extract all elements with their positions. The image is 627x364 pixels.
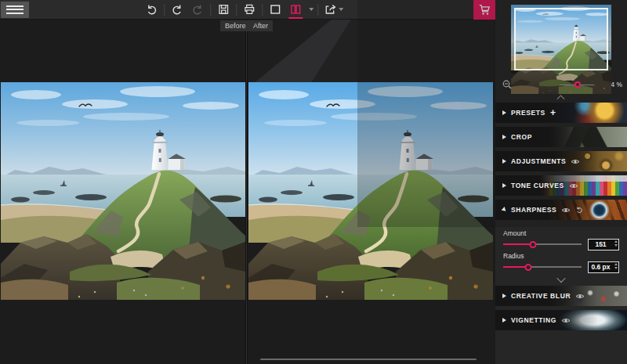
navigator-thumbnail[interactable] bbox=[511, 5, 611, 74]
panel-label: ADJUSTMENTS bbox=[511, 157, 566, 165]
before-label: Before bbox=[220, 20, 251, 31]
main-area: Before After bbox=[0, 0, 495, 364]
before-pane[interactable] bbox=[0, 20, 245, 364]
after-pane[interactable] bbox=[248, 20, 494, 364]
hamburger-icon bbox=[6, 5, 24, 7]
undo-button[interactable] bbox=[141, 0, 161, 20]
radius-slider[interactable] bbox=[503, 262, 582, 272]
expander-arrow-icon bbox=[502, 135, 506, 139]
chevron-down-icon bbox=[309, 8, 314, 11]
toolbar-icon-group bbox=[141, 0, 346, 20]
photo-editor-app: Before After bbox=[0, 0, 627, 364]
visibility-eye-icon[interactable] bbox=[575, 293, 585, 300]
panel-label: SHARPNESS bbox=[511, 206, 556, 214]
sharpness-controls: Amount 151 Radius bbox=[495, 224, 627, 283]
share-icon bbox=[324, 3, 337, 16]
visibility-eye-icon[interactable] bbox=[561, 317, 571, 324]
visibility-eye-icon[interactable] bbox=[569, 182, 578, 189]
amount-slider-knob[interactable] bbox=[530, 241, 537, 248]
after-image[interactable] bbox=[248, 82, 493, 300]
save-icon bbox=[217, 3, 230, 16]
toolbar-separator bbox=[317, 4, 318, 16]
share-button[interactable] bbox=[321, 0, 346, 20]
compare-view-button[interactable] bbox=[285, 0, 306, 20]
toolbar-separator bbox=[164, 4, 165, 16]
single-view-icon bbox=[269, 3, 281, 16]
panel-label: CREATIVE BLUR bbox=[511, 292, 571, 300]
expander-arrow-icon bbox=[502, 318, 506, 323]
compare-view-dropdown[interactable] bbox=[306, 0, 315, 20]
toolbar-separator bbox=[236, 4, 237, 16]
single-view-button[interactable] bbox=[265, 0, 285, 20]
amount-value: 151 bbox=[595, 240, 606, 248]
zoom-slider[interactable] bbox=[560, 81, 593, 88]
undo-icon bbox=[145, 3, 158, 16]
visibility-eye-icon[interactable] bbox=[571, 158, 580, 165]
expand-more-chevron-icon[interactable] bbox=[557, 276, 565, 281]
toolbar bbox=[0, 0, 495, 20]
panel-creative-blur[interactable]: CREATIVE BLUR bbox=[495, 286, 627, 306]
right-sidebar: 1:1 104.4 % PRESE bbox=[495, 0, 627, 364]
add-preset-icon[interactable]: + bbox=[550, 110, 556, 116]
panel-vignetting[interactable]: VIGNETTING bbox=[495, 310, 627, 330]
radius-slider-knob[interactable] bbox=[525, 264, 532, 271]
expander-arrow-icon bbox=[502, 294, 506, 298]
toolbar-separator bbox=[262, 4, 263, 16]
reset-undo-icon[interactable] bbox=[575, 206, 583, 214]
zoom-slider-knob[interactable] bbox=[574, 81, 581, 88]
panel-sharpness[interactable]: SHARPNESS bbox=[495, 200, 627, 220]
after-label: After bbox=[248, 20, 273, 31]
expander-arrow-icon bbox=[502, 159, 506, 164]
save-button[interactable] bbox=[213, 0, 234, 20]
visibility-eye-icon[interactable] bbox=[561, 207, 571, 214]
radius-value: 0.6 px bbox=[591, 263, 610, 271]
spinner-arrows-icon[interactable] bbox=[614, 240, 618, 247]
collapse-navigator-chevron-icon[interactable] bbox=[558, 94, 565, 98]
shopping-cart-button[interactable] bbox=[473, 0, 495, 20]
radius-value-box[interactable]: 0.6 px bbox=[588, 261, 619, 273]
panel-adjustments[interactable]: ADJUSTMENTS bbox=[495, 151, 627, 171]
before-image[interactable] bbox=[1, 82, 245, 300]
spinner-arrows-icon[interactable] bbox=[614, 263, 618, 269]
step-forward-icon bbox=[191, 3, 204, 16]
print-button[interactable] bbox=[239, 0, 259, 20]
expander-arrow-icon bbox=[502, 110, 506, 115]
panel-presets[interactable]: PRESETS + bbox=[495, 103, 627, 123]
chevron-down-icon bbox=[339, 8, 343, 11]
compare-view-icon bbox=[289, 3, 302, 16]
step-forward-button-disabled[interactable] bbox=[187, 0, 208, 20]
print-icon bbox=[243, 3, 256, 16]
redo-button[interactable] bbox=[167, 0, 187, 20]
toolbar-separator bbox=[210, 4, 211, 16]
background-decoration bbox=[248, 20, 494, 82]
panel-label: TONE CURVES bbox=[511, 182, 564, 189]
horizontal-scrollbar[interactable] bbox=[260, 359, 477, 360]
panel-label: CROP bbox=[511, 133, 532, 141]
hamburger-menu-button[interactable] bbox=[1, 2, 29, 18]
panel-crop[interactable]: CROP bbox=[495, 127, 627, 147]
amount-slider[interactable] bbox=[503, 240, 582, 249]
radius-label: Radius bbox=[503, 252, 619, 260]
panel-tone-curves[interactable]: TONE CURVES bbox=[495, 175, 627, 196]
redo-icon bbox=[171, 3, 183, 16]
amount-label: Amount bbox=[503, 229, 619, 237]
shopping-cart-icon bbox=[478, 3, 491, 16]
compare-workspace: Before After bbox=[0, 20, 495, 364]
expander-arrow-icon-expanded bbox=[502, 207, 508, 213]
panel-label: PRESETS bbox=[511, 109, 545, 117]
adjustment-panels: PRESETS + CROP ADJUSTMENTS bbox=[495, 103, 627, 330]
amount-value-box[interactable]: 151 bbox=[588, 239, 619, 250]
panel-label: VIGNETTING bbox=[511, 316, 556, 324]
expander-arrow-icon bbox=[502, 183, 506, 188]
